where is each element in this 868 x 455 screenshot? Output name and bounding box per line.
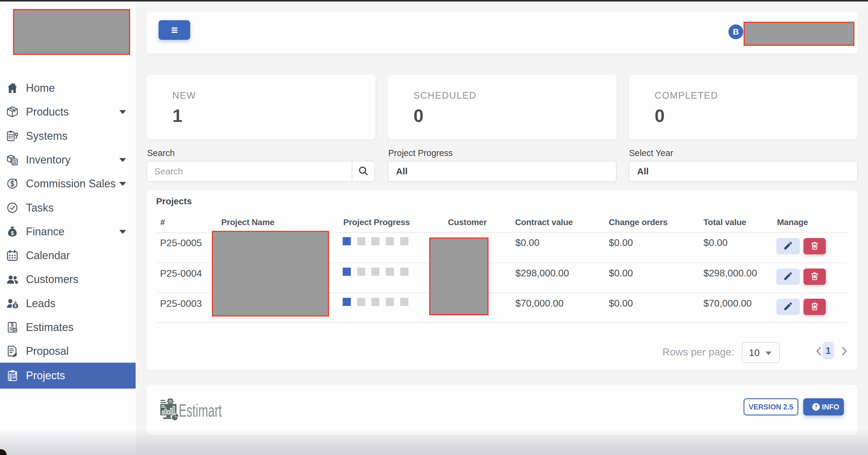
svg-text:$: $ <box>14 304 17 308</box>
svg-text:$: $ <box>10 322 13 328</box>
svg-text:$: $ <box>11 230 14 236</box>
svg-text:Estimart: Estimart <box>179 400 222 421</box>
